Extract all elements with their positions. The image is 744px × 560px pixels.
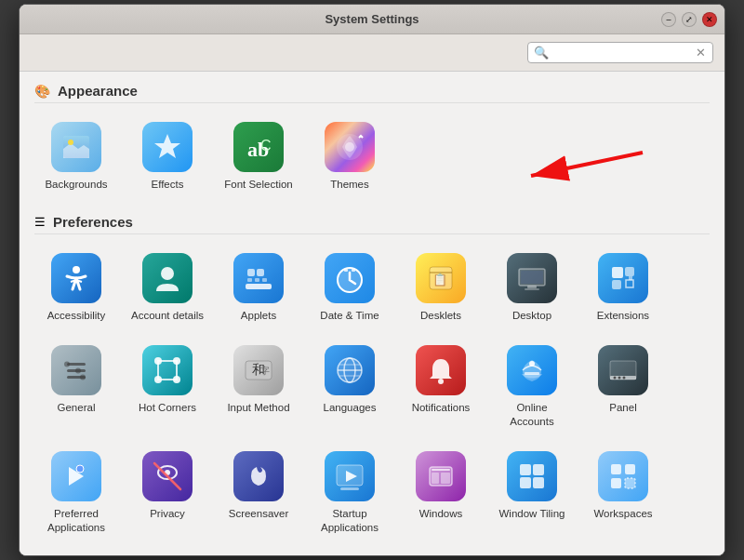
accessibility-icon: [51, 253, 101, 303]
input-method-icon: 和 字: [233, 345, 284, 395]
settings-content: 🎨 Appearance: [20, 72, 724, 555]
svg-rect-25: [525, 288, 539, 290]
svg-rect-70: [533, 477, 544, 488]
svg-point-6: [345, 142, 354, 152]
svg-rect-10: [246, 284, 272, 289]
svg-text:字: 字: [260, 366, 270, 376]
maximize-button[interactable]: ⤢: [682, 12, 697, 27]
online-accounts-icon: [507, 345, 557, 395]
search-icon: 🔍: [534, 46, 549, 60]
close-button[interactable]: ✕: [702, 12, 717, 27]
account-details-label: Account details: [131, 309, 204, 323]
window-tiling-label: Window Tiling: [499, 507, 565, 521]
item-online-accounts[interactable]: Online Accounts: [490, 338, 574, 436]
desklets-icon: 📋: [416, 253, 466, 303]
item-window-tiling[interactable]: Window Tiling: [490, 444, 574, 542]
notifications-label: Notifications: [412, 401, 471, 415]
general-label: General: [58, 401, 96, 415]
accessibility-label: Accessibility: [47, 309, 106, 323]
item-windows[interactable]: Windows: [399, 444, 483, 542]
effects-label: Effects: [152, 178, 184, 192]
item-date-time[interactable]: Date & Time: [308, 246, 392, 330]
window-controls: – ⤢ ✕: [661, 12, 717, 27]
startup-applications-icon: [325, 451, 375, 501]
svg-point-34: [80, 374, 86, 380]
input-method-label: Input Method: [227, 401, 289, 415]
main-window: System Settings – ⤢ ✕ 🔍 ✕ 🎨 Appearance: [19, 4, 725, 556]
svg-rect-65: [432, 473, 439, 484]
font-selection-label: Font Selection: [224, 178, 293, 192]
svg-rect-23: [521, 271, 543, 284]
svg-rect-11: [247, 269, 255, 276]
windows-label: Windows: [419, 507, 463, 521]
preferences-items-grid: Accessibility Account details: [34, 246, 710, 542]
item-font-selection[interactable]: ab C Font Selection: [217, 114, 300, 199]
item-hot-corners[interactable]: Hot Corners: [126, 338, 209, 436]
screensaver-label: Screensaver: [229, 507, 289, 521]
svg-rect-68: [533, 464, 544, 475]
svg-text:📋: 📋: [432, 272, 448, 287]
svg-rect-27: [625, 267, 634, 276]
minimize-button[interactable]: –: [661, 12, 676, 27]
item-input-method[interactable]: 和 字 Input Method: [217, 338, 300, 436]
item-extensions[interactable]: Extensions: [581, 246, 665, 330]
svg-point-53: [614, 376, 617, 379]
date-time-label: Date & Time: [320, 309, 379, 323]
item-notifications[interactable]: Notifications: [399, 338, 483, 436]
hot-corners-icon: [142, 345, 193, 395]
svg-point-2: [68, 140, 73, 145]
item-privacy[interactable]: Privacy: [126, 444, 209, 542]
item-desktop[interactable]: Desktop: [490, 246, 574, 330]
item-general[interactable]: General: [34, 338, 118, 436]
preferred-applications-label: Preferred Applications: [38, 507, 114, 535]
svg-line-59: [154, 463, 180, 489]
themes-icon: [325, 122, 375, 172]
svg-point-55: [623, 376, 626, 379]
item-languages[interactable]: Languages: [308, 338, 392, 436]
date-time-icon: [325, 253, 375, 303]
item-account-details[interactable]: Account details: [126, 246, 209, 330]
svg-rect-14: [255, 278, 259, 282]
item-effects[interactable]: Effects: [126, 114, 209, 199]
svg-rect-18: [352, 269, 355, 272]
svg-point-48: [438, 379, 444, 384]
svg-rect-50: [525, 372, 539, 375]
item-preferred-applications[interactable]: Preferred Applications: [34, 444, 118, 542]
svg-point-9: [161, 267, 174, 280]
search-input[interactable]: [552, 46, 692, 60]
screensaver-icon: [233, 451, 284, 501]
applets-icon: [233, 253, 284, 303]
general-icon: [51, 345, 101, 395]
window-title: System Settings: [325, 12, 418, 26]
panel-icon: [598, 345, 648, 395]
svg-rect-12: [257, 269, 264, 276]
notifications-icon: [416, 345, 466, 395]
appearance-header: 🎨 Appearance: [34, 83, 710, 103]
svg-point-36: [154, 357, 162, 365]
item-applets[interactable]: Applets: [217, 246, 300, 330]
svg-point-54: [618, 376, 621, 379]
search-box[interactable]: 🔍 ✕: [527, 42, 713, 63]
svg-rect-17: [344, 269, 348, 272]
extensions-icon: [598, 253, 648, 303]
svg-rect-66: [441, 473, 450, 484]
svg-rect-62: [340, 487, 359, 490]
titlebar: System Settings – ⤢ ✕: [20, 5, 724, 34]
clear-search-button[interactable]: ✕: [696, 46, 706, 60]
item-backgrounds[interactable]: Backgrounds: [34, 114, 118, 199]
startup-applications-label: Startup Applications: [312, 507, 388, 535]
item-screensaver[interactable]: Screensaver: [217, 444, 300, 542]
item-desklets[interactable]: 📋 Desklets: [399, 246, 483, 330]
item-accessibility[interactable]: Accessibility: [34, 246, 118, 330]
item-themes[interactable]: Themes: [308, 114, 392, 199]
font-selection-icon: ab C: [233, 122, 284, 172]
svg-point-49: [529, 361, 535, 367]
item-startup-applications[interactable]: Startup Applications: [308, 444, 392, 542]
svg-rect-73: [611, 478, 621, 488]
appearance-section-title: Appearance: [58, 83, 138, 99]
item-workspaces[interactable]: Workspaces: [581, 444, 665, 542]
item-panel[interactable]: Panel: [581, 338, 665, 436]
appearance-section: 🎨 Appearance: [34, 83, 710, 199]
preferences-section: ☰ Preferences Accessibility: [34, 214, 710, 542]
toolbar: 🔍 ✕: [20, 34, 724, 72]
